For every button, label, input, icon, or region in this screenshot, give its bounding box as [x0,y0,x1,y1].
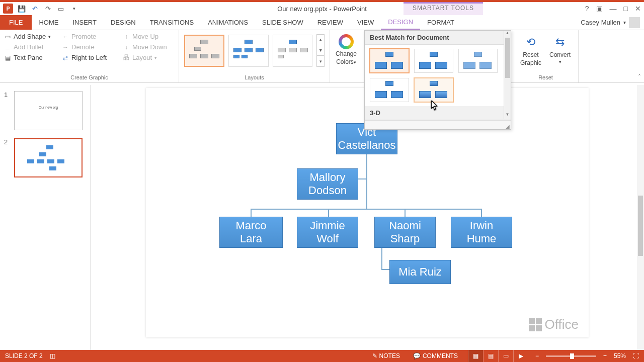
smartart-styles-flyout: Best Match for Document 3-D ▲ ▼ ◢ [364,30,511,130]
tab-view[interactable]: VIEW [350,15,381,30]
ribbon-display-options-icon[interactable]: ▣ [596,5,603,13]
add-shape-button[interactable]: ▭Add Shape ▾ [3,32,54,41]
flyout-scroll-thumb[interactable] [505,38,510,78]
add-bullet-button[interactable]: ≣Add Bullet [3,43,54,51]
sorter-view-button[interactable]: ▤ [483,350,498,362]
slide-indicator: SLIDE 2 OF 2 [5,352,43,359]
maximize-icon[interactable]: □ [624,5,628,13]
slideshow-view-button[interactable]: ▶ [513,350,528,362]
help-icon[interactable]: ? [585,5,589,13]
promote-button[interactable]: ←Promote [61,32,115,41]
notes-button[interactable]: ✎NOTES [369,352,403,359]
promote-icon: ← [62,33,69,40]
layout-thumb-2[interactable] [228,35,269,67]
tab-insert[interactable]: INSERT [65,15,103,30]
org-node-3[interactable]: Marco Lara [219,217,283,248]
flyout-header-3d: 3-D [365,106,511,120]
redo-icon[interactable]: ↷ [43,4,52,13]
flyout-scrollbar[interactable]: ▲ ▼ [504,31,511,119]
org-node-4[interactable]: Jimmie Wolf [297,217,358,248]
start-from-beginning-icon[interactable]: ▭ [56,4,65,13]
move-up-icon: ↑ [123,33,130,40]
tab-home[interactable]: HOME [32,15,65,30]
qat-customize-icon[interactable]: ▾ [69,4,78,13]
slide-thumb-2[interactable] [14,138,83,177]
text-pane-icon: ▤ [4,54,11,61]
tab-slideshow[interactable]: SLIDE SHOW [255,15,310,30]
convert-button[interactable]: ⇆ Convert ▾ [545,32,575,68]
zoom-level[interactable]: 55% [614,352,626,359]
layouts-scroll-down-icon[interactable]: ▼ [317,45,324,56]
right-to-left-button[interactable]: ⇄Right to Left [61,53,115,62]
reading-view-button[interactable]: ▭ [498,350,513,362]
layout-thumb-3[interactable] [273,35,313,67]
zoom-out-button[interactable]: − [535,352,539,359]
org-node-5[interactable]: Naomi Sharp [374,217,436,248]
move-down-button[interactable]: ↓Move Down [122,43,176,51]
org-node-2[interactable]: Mallory Dodson [297,168,358,200]
collapse-ribbon-icon[interactable]: ˄ [638,73,641,80]
style-thumb-4[interactable] [370,78,409,102]
flyout-resize-grip-icon[interactable]: ◢ [506,124,510,129]
tab-animations[interactable]: ANIMATIONS [201,15,255,30]
tab-design[interactable]: DESIGN [104,15,143,30]
user-account[interactable]: Casey Mullen▾ [581,15,644,30]
style-thumb-2[interactable] [414,49,453,73]
zoom-in-button[interactable]: + [603,352,607,359]
convert-label: Convert [549,51,571,58]
reset-graphic-button[interactable]: ⟲ Reset Graphic [516,32,545,68]
slide-thumb-1[interactable]: Our new org [14,91,83,130]
org-node-7[interactable]: Mia Ruiz [389,260,451,284]
tab-transitions[interactable]: TRANSITIONS [143,15,201,30]
style-thumb-3[interactable] [458,49,498,73]
status-bar: SLIDE 2 OF 2 ◫ ✎NOTES 💬COMMENTS ▦ ▤ ▭ ▶ … [0,350,644,362]
tab-file[interactable]: FILE [0,15,32,30]
change-colors-button[interactable]: Change Colors▾ [333,32,359,67]
layout-button[interactable]: 品Layout ▾ [122,53,176,62]
move-down-icon: ↓ [123,44,130,51]
layouts-scroll-up-icon[interactable]: ▲ [317,35,324,45]
flyout-footer: ◢ [365,120,511,129]
normal-view-button[interactable]: ▦ [468,350,483,362]
layouts-more-icon[interactable]: ▾ [317,56,324,66]
canvas-vertical-scrollbar[interactable] [637,85,644,350]
flyout-scroll-down-icon[interactable]: ▼ [504,112,511,119]
canvas-scroll-thumb[interactable] [638,196,643,256]
comments-button[interactable]: 💬COMMENTS [410,352,461,359]
tab-smartart-design[interactable]: DESIGN [381,15,420,30]
flyout-scroll-up-icon[interactable]: ▲ [504,31,511,38]
close-icon[interactable]: ✕ [635,5,641,13]
ribbon-group-layouts: ▲ ▼ ▾ Layouts [179,30,330,82]
connector [366,153,367,209]
smartart-tools-context-label: SMARTART TOOLS [404,2,483,15]
window-title: Our new org.pptx - PowerPoint [277,5,367,13]
org-node-6[interactable]: Irwin Hume [451,217,512,248]
comments-icon: 💬 [413,352,421,359]
style-thumb-1[interactable] [370,49,409,73]
change-colors-icon [339,34,354,49]
tab-review[interactable]: REVIEW [310,15,350,30]
fit-to-window-button[interactable]: ⛶ [633,352,639,359]
layouts-gallery-spinner[interactable]: ▲ ▼ ▾ [316,34,325,67]
zoom-handle[interactable] [570,353,574,359]
text-pane-button[interactable]: ▤Text Pane [3,53,54,62]
layout-thumb-1[interactable] [184,35,224,67]
save-icon[interactable]: 💾 [17,4,26,13]
title-bar: P 💾 ↶ ↷ ▭ ▾ Our new org.pptx - PowerPoin… [0,0,644,15]
tab-smartart-format[interactable]: FORMAT [420,15,461,30]
reset-label-1: Reset [523,51,538,58]
style-thumb-5[interactable] [414,78,453,102]
connector [251,209,482,210]
move-up-button[interactable]: ↑Move Up [122,32,176,41]
workspace: 1 Our new org 2 [0,85,644,350]
flyout-header-best-match: Best Match for Document [365,31,511,45]
reset-label-2: Graphic [520,59,541,66]
org-chart[interactable]: Vict Castellanos Mallory Dodson Marco La… [146,123,589,324]
undo-icon[interactable]: ↶ [30,4,39,13]
minimize-icon[interactable]: — [610,5,617,13]
spellcheck-icon[interactable]: ◫ [50,352,55,359]
demote-button[interactable]: →Demote [61,43,115,51]
zoom-slider[interactable] [546,355,596,357]
office-logo-icon [529,318,542,331]
add-bullet-icon: ≣ [4,44,11,51]
